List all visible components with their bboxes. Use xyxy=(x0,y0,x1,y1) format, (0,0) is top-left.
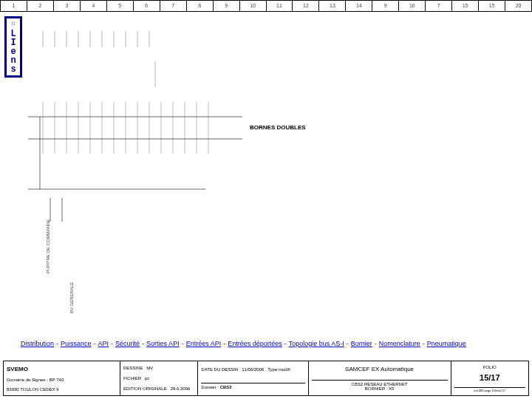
nav-link-distribution[interactable]: Distribution xyxy=(21,340,54,347)
orig-val: 29.6.2006 xyxy=(171,386,191,391)
nav-link-bornier[interactable]: Bornier xyxy=(351,340,372,347)
fichier-val: pc xyxy=(145,376,149,381)
company-name: SVEMO xyxy=(7,366,117,372)
folio-val: 15/17 xyxy=(454,373,525,382)
ruler-cell: 14 xyxy=(345,1,372,11)
sheet-nav-links: Distribution-Puissance-API-Sécurité-Sort… xyxy=(21,340,466,347)
nav-link-puissance[interactable]: Puissance xyxy=(61,340,92,347)
nav-separator: - xyxy=(223,340,225,347)
drawing-column-ruler: 12345678910111213149167151520 xyxy=(0,0,532,12)
sheet-sub: BORNIER : X5 xyxy=(365,386,395,391)
project-title: SAMCEF EX Automatique xyxy=(312,366,448,372)
nav-separator: - xyxy=(56,340,58,347)
nav-link-s-curit-[interactable]: Sécurité xyxy=(115,340,140,347)
ruler-cell: 1 xyxy=(1,1,27,11)
nav-separator: - xyxy=(111,340,113,347)
ruler-cell: 8 xyxy=(186,1,213,11)
ruler-cell: 20 xyxy=(505,1,531,11)
dessine-lbl: DESSINE xyxy=(123,366,143,370)
nav-separator: - xyxy=(182,340,184,347)
ruler-cell: 9 xyxy=(372,1,398,11)
tiny-footer: ind 000 page 15/total 17 xyxy=(454,387,525,392)
fichier-lbl: FICHIER xyxy=(123,376,141,381)
mod-lbl: Type modifi xyxy=(267,367,290,372)
folio-lbl: FOLIO xyxy=(454,365,525,369)
ruler-cell: 10 xyxy=(239,1,266,11)
home-icon: ⌂ xyxy=(7,20,19,28)
dessine-val: MV xyxy=(146,366,153,370)
title-block: SVEMO Domaine de Signes - BP 740 83030 T… xyxy=(3,361,529,396)
nav-separator: - xyxy=(284,340,287,347)
ruler-cell: 3 xyxy=(53,1,80,11)
date-val: 11/06/2006 xyxy=(242,367,264,372)
nav-separator: - xyxy=(375,340,377,347)
nav-link-entr-es-api[interactable]: Entrées API xyxy=(186,340,222,347)
liens-nav-button[interactable]: ⌂ L I e n s xyxy=(4,16,22,78)
orig-lbl: EDITION ORIGINALE xyxy=(123,386,167,391)
ruler-cell: 7 xyxy=(160,1,186,11)
ruler-cell: 12 xyxy=(292,1,318,11)
company-addr1: Domaine de Signes - BP 740 xyxy=(7,378,117,382)
nav-link-pneumatique[interactable]: Pneumatique xyxy=(427,340,466,347)
ruler-cell: 7 xyxy=(425,1,451,11)
date-lbl: DATE DU DESSIN xyxy=(201,367,238,372)
company-addr2: 83030 TOULON CEDEX 9 xyxy=(7,387,117,392)
liens-letter: s xyxy=(7,65,19,74)
nav-link-sorties-api[interactable]: Sorties API xyxy=(146,340,180,347)
nav-link-topologie-bus-as-i[interactable]: Topologie bus AS-I xyxy=(289,340,344,347)
nav-separator: - xyxy=(94,340,96,347)
ruler-cell: 4 xyxy=(80,1,106,11)
ruler-cell: 13 xyxy=(318,1,345,11)
ruler-cell: 15 xyxy=(478,1,505,11)
dossier-lbl: Dossier : xyxy=(201,385,219,389)
ruler-cell: 9 xyxy=(213,1,239,11)
ruler-cell: 2 xyxy=(27,1,53,11)
nav-link-entr-es-d-port-es[interactable]: Entrées déportées xyxy=(228,340,282,347)
nav-link-api[interactable]: API xyxy=(98,340,109,347)
ruler-cell: 16 xyxy=(398,1,425,11)
nav-separator: - xyxy=(142,340,144,347)
nav-separator: - xyxy=(347,340,349,347)
ruler-cell: 11 xyxy=(266,1,293,11)
ruler-cell: 5 xyxy=(106,1,133,11)
nav-link-nomenclature[interactable]: Nomenclature xyxy=(379,340,420,347)
dossier-val: CBS2 xyxy=(220,385,232,389)
bv-generale-label: BV GENERALE xyxy=(69,282,74,313)
bornes-doubles-label: BORNES DOUBLES xyxy=(250,124,306,131)
pupitre-label: PUPITRE DE COMMANDE xyxy=(46,219,50,273)
ruler-cell: 15 xyxy=(451,1,478,11)
nav-separator: - xyxy=(423,340,425,347)
ruler-cell: 6 xyxy=(133,1,160,11)
